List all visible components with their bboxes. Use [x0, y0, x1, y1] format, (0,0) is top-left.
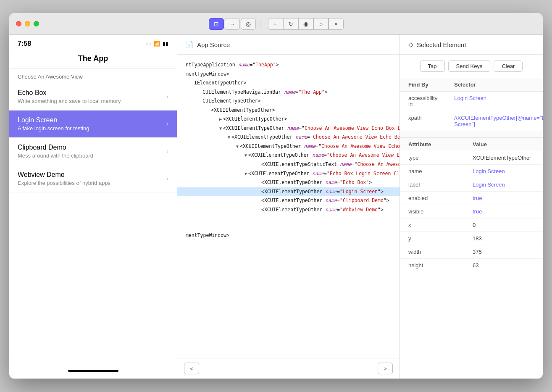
item-text: Echo Box Write something and save to loc…	[18, 89, 121, 104]
attr-value: XCUIElementTypeOther	[464, 151, 543, 165]
xml-line[interactable]: IElementTypeOther>	[177, 79, 400, 88]
clear-button[interactable]: Clear	[494, 61, 523, 72]
source-panel: 📄 App Source ntTypeApplication name="The…	[177, 35, 400, 379]
sim-time: 7:58	[18, 40, 31, 47]
selector-value: Login Screen	[446, 92, 543, 111]
close-btn[interactable]: ×	[329, 18, 344, 30]
item-subtitle: Mess around with the clipboard	[18, 153, 93, 159]
table-row: label Login Screen	[400, 178, 543, 192]
element-title: Selected Element	[417, 41, 466, 48]
item-subtitle: A fake login screen for testing	[18, 125, 89, 132]
send-keys-button[interactable]: Send Keys	[448, 61, 491, 72]
table-row: width 375	[400, 245, 543, 259]
find-by-label: xpath	[400, 111, 446, 131]
xml-line[interactable]: CUIElementTypeNavigationBar name="The Ap…	[177, 88, 400, 97]
xml-line[interactable]: <XCUIElementTypeOther name="Webview Demo…	[177, 205, 400, 215]
table-row: name Login Screen	[400, 165, 543, 178]
table-row: accessibility id Login Screen	[400, 92, 543, 111]
back-btn[interactable]: ←	[268, 18, 283, 30]
refresh-btn[interactable]: ↻	[283, 18, 298, 30]
xml-line[interactable]: ▼<XCUIElementTypeOther name="Echo Box Lo…	[177, 169, 400, 179]
minimize-button[interactable]	[25, 21, 30, 26]
attr-value: 63	[464, 259, 543, 272]
item-text: Webview Demo Explore the possibilities o…	[18, 171, 110, 186]
close-button[interactable]	[16, 21, 21, 26]
attr-value: 183	[464, 232, 543, 245]
list-item-webview-demo[interactable]: Webview Demo Explore the possibilities o…	[9, 165, 177, 192]
list-item-clipboard-demo[interactable]: Clipboard Demo Mess around with the clip…	[9, 138, 177, 165]
xml-line-selected[interactable]: <XCUIElementTypeOther name="Login Screen…	[177, 187, 400, 197]
xml-line[interactable]: ▶<XCUIElementTypeOther>	[177, 115, 400, 124]
attributes-table: Attribute Value type XCUIElementTypeOthe…	[400, 138, 543, 272]
value-header: Value	[464, 138, 543, 151]
attr-name: type	[400, 151, 464, 165]
item-subtitle: Explore the possibilities of hybrid apps	[18, 180, 110, 186]
screenshot-btn[interactable]: ⊡	[209, 18, 224, 30]
attr-name: width	[400, 245, 464, 259]
attr-value: true	[464, 205, 543, 218]
document-icon: 📄	[186, 41, 194, 48]
item-title: Login Screen	[18, 116, 89, 124]
tap-button[interactable]: Tap	[420, 61, 445, 72]
simulator-panel: 7:58 ···· 📶 ▮▮ The App Choose An Awesome…	[9, 35, 177, 379]
nav-prev-btn[interactable]: <	[184, 363, 199, 374]
maximize-button[interactable]	[34, 21, 39, 26]
item-title: Echo Box	[18, 89, 121, 97]
main-content: 7:58 ···· 📶 ▮▮ The App Choose An Awesome…	[9, 35, 543, 379]
find-by-table: Find By Selector accessibility id Login …	[400, 78, 543, 131]
table-row: type XCUIElementTypeOther	[400, 151, 543, 165]
item-title: Clipboard Demo	[18, 144, 93, 151]
xml-line[interactable]: mentTypeWindow>	[177, 70, 400, 79]
wifi-icon: 📶	[154, 41, 160, 47]
section-gap	[400, 131, 543, 138]
xml-line[interactable]: <XCUIElementTypeOther name="Echo Box">	[177, 178, 400, 187]
xml-line[interactable]: <XCUIElementTypeOther name="Clipboard De…	[177, 196, 400, 205]
attr-name: enabled	[400, 192, 464, 205]
record-btn[interactable]: ◎	[241, 18, 256, 30]
attr-name: name	[400, 165, 464, 178]
table-row: visible true	[400, 205, 543, 218]
xml-line[interactable]: CUIElementTypeOther>	[177, 97, 400, 106]
selector-value: //XCUIElementTypeOther[@name="Login Scre…	[446, 111, 543, 131]
attr-name: visible	[400, 205, 464, 218]
item-text: Login Screen A fake login screen for tes…	[18, 116, 89, 132]
xml-line[interactable]: <XCUIElementTypeOther>	[177, 106, 400, 115]
attr-name: label	[400, 178, 464, 192]
search-btn[interactable]: ⌕	[313, 18, 329, 30]
status-bar: 7:58 ···· 📶 ▮▮	[9, 35, 177, 51]
table-row: enabled true	[400, 192, 543, 205]
traffic-lights	[16, 21, 39, 26]
home-bar	[68, 370, 118, 372]
xml-line[interactable]: ▼<XCUIElementTypeOther name="Choose An A…	[177, 133, 400, 142]
xml-line[interactable]: ▼<XCUIElementTypeOther name="Choose An A…	[177, 124, 400, 133]
toolbar: ⊡ → ◎ ← ↻ ◉ ⌕ ×	[209, 18, 344, 30]
attr-name: y	[400, 232, 464, 245]
xml-line[interactable]: mentTypeWindow>	[177, 231, 400, 240]
xml-line[interactable]: ▼<XCUIElementTypeOther name="Choose An A…	[177, 142, 400, 151]
xml-text: ntTypeApplication	[186, 62, 238, 68]
list-item-login-screen[interactable]: Login Screen A fake login screen for tes…	[9, 110, 177, 138]
find-by-label: accessibility id	[400, 92, 446, 111]
find-by-header: Find By	[400, 78, 446, 92]
table-row: height 63	[400, 259, 543, 272]
main-window: ⊡ → ◎ ← ↻ ◉ ⌕ × 7:58 ···· 📶 ▮▮	[9, 13, 543, 379]
attribute-header: Attribute	[400, 138, 464, 151]
attr-value: 375	[464, 245, 543, 259]
app-title: The App	[9, 51, 177, 68]
source-content[interactable]: ntTypeApplication name="TheApp"> mentTyp…	[177, 55, 400, 358]
list-item-echo-box[interactable]: Echo Box Write something and save to loc…	[9, 83, 177, 110]
swipe-btn[interactable]: →	[225, 18, 240, 30]
attr-value: Login Screen	[464, 178, 543, 192]
xml-line[interactable]: <XCUIElementTypeStaticText name="Choose …	[177, 160, 400, 169]
nav-next-btn[interactable]: >	[378, 363, 393, 374]
attr-value: 0	[464, 218, 543, 232]
titlebar: ⊡ → ◎ ← ↻ ◉ ⌕ ×	[9, 13, 543, 35]
attr-name: height	[400, 259, 464, 272]
item-text: Clipboard Demo Mess around with the clip…	[18, 144, 93, 159]
xml-line[interactable]: ▼<XCUIElementTypeOther name="Choose An A…	[177, 151, 400, 160]
source-title: App Source	[197, 41, 230, 48]
xml-line[interactable]: ntTypeApplication name="TheApp">	[177, 61, 400, 70]
app-subtitle: Choose An Awesome View	[9, 68, 177, 83]
eye-btn[interactable]: ◉	[298, 18, 313, 30]
element-header: ◇ Selected Element	[400, 35, 543, 55]
